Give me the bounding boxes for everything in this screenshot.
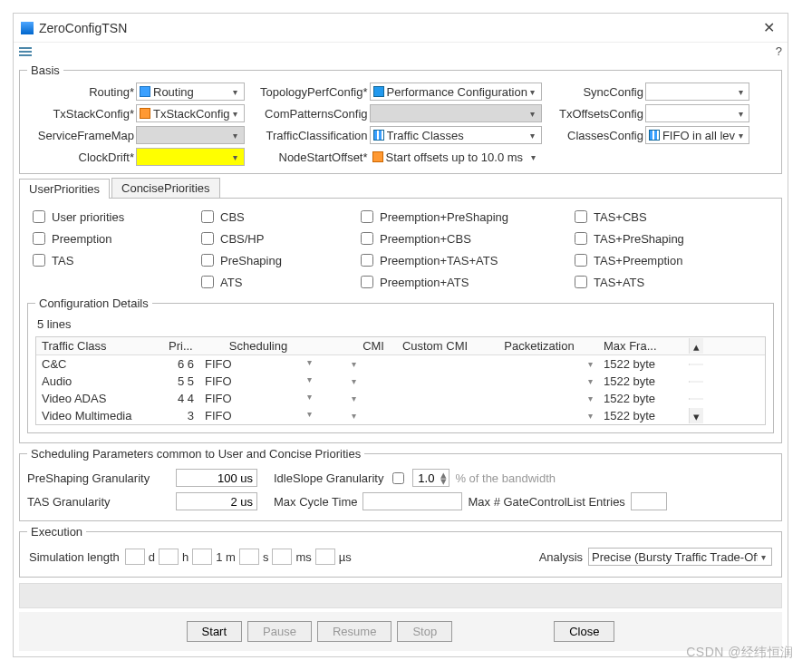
analysis-label: Analysis (539, 550, 583, 564)
chk-tas-cbs[interactable] (575, 210, 587, 223)
pause-button[interactable]: Pause (247, 621, 312, 642)
chevron-down-icon: ▾ (230, 87, 241, 97)
start-button[interactable]: Start (187, 621, 242, 642)
sim-ms-input[interactable] (272, 549, 292, 565)
tab-user-priorities[interactable]: UserPriorities (19, 179, 110, 199)
chk-tas-preshaping[interactable] (575, 232, 587, 245)
close-icon[interactable]: ✕ (758, 19, 780, 36)
sync-label: SyncConfig (546, 85, 645, 99)
watermark: CSDN @经纬恒润 (686, 645, 794, 661)
compat-combo[interactable]: ▾ (370, 104, 542, 122)
table-row[interactable]: Audio5 5FIFO▾▾▾1522 byte (36, 373, 765, 390)
priority-checks: User priorities CBS Preemption+PreShapin… (22, 200, 779, 293)
maxcycle-input[interactable] (362, 492, 462, 510)
maxcycle-label: Max Cycle Time (274, 495, 357, 509)
topo-combo[interactable]: Performance Configuration▾ (370, 83, 542, 101)
txstack-icon (140, 108, 150, 119)
traffic-icon (373, 130, 384, 141)
chk-preemption-cbs[interactable] (361, 232, 373, 245)
tas-label: TAS Granularity (27, 495, 170, 509)
chevron-down-icon: ▾ (230, 131, 241, 141)
chk-preemption-preshaping[interactable] (361, 210, 373, 223)
stop-button[interactable]: Stop (397, 621, 452, 642)
classes-combo[interactable]: FIFO in all lev▾ (645, 126, 749, 144)
sim-h-input[interactable] (159, 549, 179, 565)
chk-tas-ats[interactable] (575, 276, 587, 288)
sched-params-group: Scheduling Parameters common to User and… (19, 447, 782, 521)
chk-preshaping[interactable] (201, 254, 214, 267)
routing-combo[interactable]: Routing▾ (136, 83, 245, 101)
topo-label: TopologyPerfConfig* (248, 85, 370, 99)
table-row[interactable]: C&C6 6FIFO▾▾▾1522 byte (36, 355, 765, 373)
traf-combo[interactable]: Traffic Classes▾ (370, 126, 542, 144)
chevron-down-icon: ▾ (230, 109, 241, 119)
idle-spin[interactable]: ▴▾ (412, 469, 450, 487)
classes-label: ClassesConfig (546, 129, 645, 142)
priority-tabs: UserPriorities ConcisePriorities (19, 178, 782, 199)
sched-legend: Scheduling Parameters common to User and… (27, 447, 364, 461)
nodeoff-combo[interactable]: Start offsets up to 10.0 ms▾ (370, 148, 542, 166)
routing-label: Routing* (27, 85, 136, 99)
nodeoff-icon (372, 151, 383, 162)
table-row[interactable]: Video ADAS4 4FIFO▾▾▾1522 byte (36, 390, 765, 407)
top-strip: ? (14, 43, 788, 60)
help-icon[interactable]: ? (776, 44, 782, 58)
txstack-label: TxStackConfig* (27, 107, 136, 121)
idle-label: IdleSlope Granularity (274, 471, 383, 485)
classes-icon (649, 130, 660, 141)
preshape-input[interactable] (176, 469, 257, 487)
clock-combo[interactable]: ▾ (136, 148, 245, 166)
resume-button[interactable]: Resume (317, 621, 392, 642)
perf-icon (373, 86, 384, 97)
sim-s-input[interactable] (239, 549, 259, 565)
txoff-label: TxOffsetsConfig (546, 107, 645, 121)
table-row[interactable]: Video Multimedia3FIFO▾▾▾1522 byte▾ (36, 407, 765, 424)
lines-count: 5 lines (35, 316, 766, 333)
sfm-combo[interactable]: ▾ (136, 126, 245, 144)
preshape-label: PreShaping Granularity (27, 471, 170, 485)
config-details-group: Configuration Details 5 lines Traffic Cl… (27, 296, 774, 433)
sim-µs-input[interactable] (315, 549, 335, 565)
sfm-label: ServiceFrameMap (27, 129, 136, 142)
config-table: Traffic Class Pri... Scheduling CMI Cust… (35, 336, 766, 425)
chk-tas[interactable] (33, 254, 45, 267)
maxgate-input[interactable] (631, 492, 667, 510)
execution-group: Execution Simulation length dh1 msmsµs A… (19, 525, 782, 578)
basis-group: Basis Routing* Routing▾ TopologyPerfConf… (19, 63, 782, 174)
sim-1 m-input[interactable] (192, 549, 212, 565)
sim-units: dh1 msmsµs (125, 549, 352, 565)
menu-icon[interactable] (19, 47, 32, 56)
close-button[interactable]: Close (554, 621, 614, 642)
tab-concise-priorities[interactable]: ConcisePriorities (111, 178, 220, 198)
chk-preemption-ats[interactable] (361, 276, 373, 288)
analysis-combo[interactable]: Precise (Bursty Traffic Trade-Off)▾ (588, 548, 772, 566)
txstack-combo[interactable]: TxStackConfig▾ (136, 104, 245, 122)
sim-d-input[interactable] (125, 549, 145, 565)
simlen-label: Simulation length (29, 550, 120, 564)
config-details-legend: Configuration Details (35, 296, 152, 310)
tas-input[interactable] (176, 492, 257, 510)
chk-ats[interactable] (201, 276, 214, 288)
idle-check[interactable] (392, 472, 404, 484)
idle-note: % of the bandwidth (455, 471, 556, 485)
routing-icon (140, 86, 150, 97)
chk-cbs-hp[interactable] (201, 232, 214, 245)
chevron-down-icon: ▾ (735, 109, 746, 119)
clock-label: ClockDrift* (27, 151, 136, 164)
chevron-down-icon: ▾ (527, 131, 538, 141)
chevron-down-icon: ▾ (528, 152, 539, 162)
chk-user-priorities[interactable] (33, 210, 45, 223)
chk-tas-preemption[interactable] (575, 254, 587, 267)
button-bar: Start Pause Resume Stop Close (19, 612, 782, 651)
chevron-down-icon: ▾ (527, 87, 538, 97)
txoff-combo[interactable]: ▾ (645, 104, 749, 122)
scroll-up-icon[interactable]: ▴ (689, 338, 703, 354)
progress-area (19, 583, 782, 608)
execution-legend: Execution (27, 525, 86, 539)
chk-cbs[interactable] (201, 210, 214, 223)
chk-preemption-tas-ats[interactable] (361, 254, 373, 267)
nodeoff-label: NodeStartOffset* (248, 151, 370, 164)
chk-preemption[interactable] (33, 232, 45, 245)
sync-combo[interactable]: ▾ (645, 83, 749, 101)
titlebar: ZeroConfigTSN ✕ (14, 14, 788, 43)
